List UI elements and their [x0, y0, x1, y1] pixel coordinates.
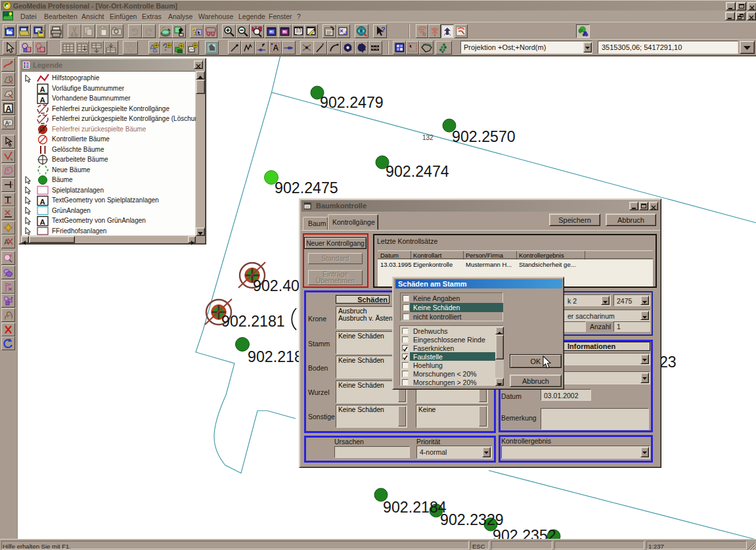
svg-text:132: 132 — [422, 134, 434, 141]
svg-text:902.2181: 902.2181 — [221, 313, 285, 330]
svg-text:A: A — [6, 104, 12, 114]
svg-text:A: A — [5, 120, 9, 126]
svg-text:?: ? — [381, 26, 386, 34]
svg-text:A: A — [273, 43, 279, 53]
svg-text:902.2352: 902.2352 — [493, 527, 556, 539]
svg-text:902.2184: 902.2184 — [383, 499, 447, 516]
svg-text:902.2475: 902.2475 — [275, 179, 338, 196]
svg-text:902.2329: 902.2329 — [440, 511, 504, 528]
svg-text:902.2570: 902.2570 — [452, 128, 516, 145]
svg-text:902.2479: 902.2479 — [320, 94, 384, 111]
svg-text:902.2474: 902.2474 — [386, 163, 449, 180]
